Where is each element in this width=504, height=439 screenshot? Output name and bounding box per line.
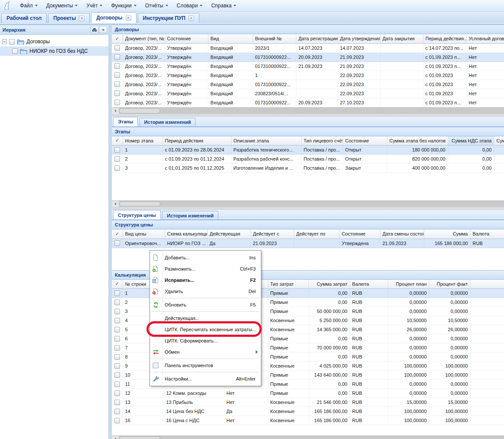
table-row[interactable]: 1с 01.09.2023 по 28.06.2024Разработка те…: [112, 145, 504, 155]
tree-node-niokr[interactable]: НИОКР по ГОЗ без НДС: [0, 46, 108, 56]
section-tab[interactable]: Структура цены: [113, 210, 161, 220]
table-row[interactable]: Договор, 2023/...УтверждёнВходящий017310…: [112, 80, 504, 89]
row-checkbox[interactable]: [114, 291, 120, 296]
column-header[interactable]: Дата смены состоя: [380, 229, 424, 239]
scroll-left-icon[interactable]: [112, 108, 119, 114]
column-header[interactable]: Схема калькуляци: [165, 229, 207, 239]
column-header[interactable]: Дата закрытия: [380, 34, 423, 43]
row-checkbox[interactable]: [114, 400, 120, 405]
context-menu-item[interactable]: УдалитьDel: [150, 286, 261, 297]
row-checkbox[interactable]: [114, 336, 120, 342]
row-checkbox[interactable]: [114, 54, 120, 60]
menubar-item[interactable]: Учёт: [82, 1, 107, 10]
row-checkbox[interactable]: [114, 318, 120, 323]
close-icon[interactable]: ×: [126, 15, 131, 21]
column-header[interactable]: [470, 280, 504, 289]
column-header[interactable]: Тип лицевого счёт: [301, 136, 343, 145]
table-row[interactable]: 3с 01.01.2025 по 01.12.2025Изготовление …: [112, 164, 504, 173]
table-row[interactable]: 1313 ПрибыльНетКосвенные21 546 000,00RUB…: [112, 398, 504, 407]
column-header[interactable]: ✓: [112, 34, 123, 43]
column-header[interactable]: Состояние: [339, 229, 380, 239]
row-checkbox[interactable]: [114, 100, 120, 105]
context-menu-item[interactable]: Панель инструментов: [150, 360, 261, 371]
horizontal-scrollbar[interactable]: [112, 200, 504, 207]
row-checkbox[interactable]: [114, 72, 120, 78]
collapse-node-icon[interactable]: [2, 39, 7, 44]
tab-instrukcii-pup[interactable]: Инструкции ПУП ×: [138, 13, 199, 23]
column-header[interactable]: Описание этапа: [231, 136, 301, 145]
row-checkbox[interactable]: [114, 81, 120, 87]
row-checkbox[interactable]: [114, 409, 120, 414]
context-menu-item[interactable]: ЦИТК. Сформировать...: [150, 335, 261, 346]
close-icon[interactable]: ×: [189, 16, 194, 21]
row-checkbox[interactable]: [114, 45, 120, 51]
column-header[interactable]: Номер этапа: [123, 136, 163, 145]
column-header[interactable]: Период действия: [163, 136, 231, 145]
column-header[interactable]: Тип затрат: [268, 280, 309, 289]
row-checkbox[interactable]: [114, 300, 120, 305]
section-tab[interactable]: История изменений: [162, 211, 218, 220]
column-header[interactable]: Состояние: [165, 34, 208, 43]
row-checkbox[interactable]: [114, 381, 120, 387]
table-row[interactable]: 2с 01.09.2023 по 01.12.2024Разработка ра…: [112, 155, 504, 164]
scrollbar-thumb[interactable]: [119, 201, 160, 207]
table-row[interactable]: Ориентировоч...НИОКР по ГОЗ ...Да21.09.2…: [112, 239, 504, 248]
menubar-item[interactable]: Функции: [107, 1, 140, 10]
column-header[interactable]: ✓: [112, 229, 123, 239]
table-row[interactable]: Договор, 2023/...УтверждёнВходящий017310…: [112, 61, 504, 71]
tab-proekty[interactable]: Проекты ×: [48, 13, 90, 23]
section-tab[interactable]: Этапы: [113, 117, 138, 126]
column-header[interactable]: Процент план: [388, 280, 429, 289]
row-checkbox[interactable]: [114, 363, 120, 369]
panel-splitter[interactable]: [112, 114, 504, 117]
row-checkbox[interactable]: [114, 240, 120, 246]
column-header[interactable]: Дата регистрации.: [296, 34, 338, 43]
column-header[interactable]: Сумма: [424, 229, 470, 239]
table-row[interactable]: Договор, 2023/...УтверждёнВходящий017310…: [112, 52, 504, 61]
menubar-item[interactable]: Файл: [16, 1, 42, 10]
context-menu-item[interactable]: Настройки...Alt+Enter: [150, 373, 261, 384]
menubar-item[interactable]: Справка: [207, 1, 241, 10]
collapse-icon[interactable]: «: [99, 26, 107, 33]
column-header[interactable]: Сум: [494, 136, 504, 145]
column-header[interactable]: Действует по: [294, 229, 339, 239]
find-icon[interactable]: [91, 26, 98, 33]
table-row[interactable]: 1212 Комм. расходыНетПрямые0,00RUB0,0000…: [112, 389, 504, 398]
scrollbar-thumb[interactable]: [119, 436, 160, 439]
column-header[interactable]: Валюта: [350, 280, 388, 289]
row-checkbox[interactable]: [114, 147, 120, 153]
scrollbar-thumb[interactable]: [119, 108, 160, 113]
table-row[interactable]: 1616 Цена с НДСНетКосвенные165 186 000,0…: [112, 416, 504, 425]
row-checkbox[interactable]: [114, 327, 120, 332]
table-row[interactable]: 1414 Цена без НДСДаКосвенные165 186 000,…: [112, 407, 504, 416]
column-header[interactable]: Процент факт: [429, 280, 470, 289]
scroll-left-icon[interactable]: [112, 436, 119, 439]
row-checkbox[interactable]: [114, 391, 120, 396]
context-menu-item[interactable]: Добавить...Ins: [150, 252, 261, 263]
column-header[interactable]: Состояние: [343, 136, 387, 145]
row-checkbox[interactable]: [114, 90, 120, 96]
row-checkbox[interactable]: [114, 345, 120, 351]
panel-splitter[interactable]: [112, 207, 504, 210]
column-header[interactable]: Дата утверждения: [338, 34, 380, 43]
context-menu-item[interactable]: Размножить...Ctrl+F3: [150, 263, 261, 274]
table-row[interactable]: Договор, 2023/...УтверждёнВходящий122.09…: [112, 71, 504, 80]
column-header[interactable]: Действует с: [250, 229, 294, 239]
tree-node-dogovory[interactable]: Договоры: [0, 37, 108, 46]
context-menu-item[interactable]: ОбновитьF5: [150, 299, 261, 310]
close-icon[interactable]: ×: [79, 16, 85, 21]
column-header[interactable]: Внешний №: [253, 34, 296, 43]
column-header[interactable]: Валюта: [470, 229, 504, 239]
row-checkbox[interactable]: [114, 372, 120, 378]
column-header[interactable]: Вид: [208, 34, 253, 43]
column-header[interactable]: Действующая: [207, 229, 250, 239]
table-row[interactable]: Договор, 2023/...УтверждёнВходящий017310…: [112, 98, 504, 107]
sidebar-splitter[interactable]: [108, 25, 112, 439]
horizontal-scrollbar[interactable]: [112, 436, 504, 439]
column-header[interactable]: ✓: [112, 280, 123, 289]
column-header[interactable]: Период действия..: [423, 34, 466, 43]
column-header[interactable]: Условный догов: [466, 34, 504, 43]
row-checkbox[interactable]: [114, 418, 120, 423]
context-menu-item[interactable]: Действующая...: [150, 313, 261, 324]
row-checkbox[interactable]: [114, 156, 120, 162]
